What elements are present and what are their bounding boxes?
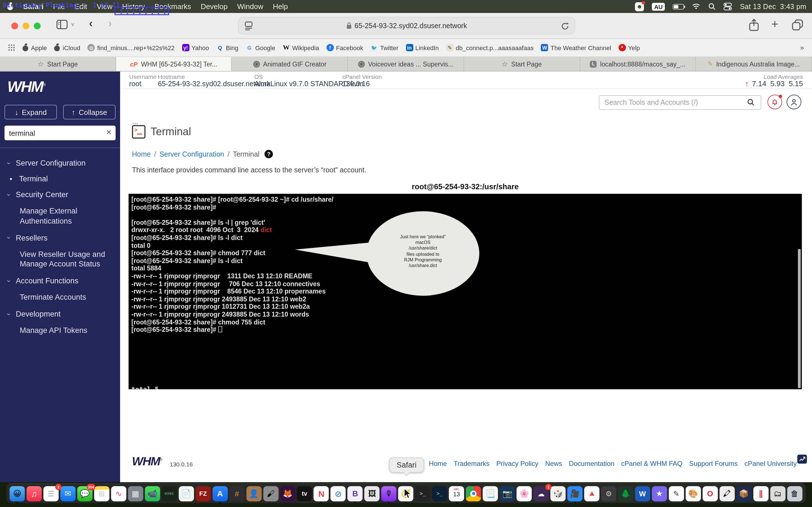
tab-localhost-8888-macos-say[interactable]: Llocalhost:8888/macos_say_... xyxy=(580,57,696,71)
search-icon[interactable] xyxy=(747,99,755,106)
window-minimize-button[interactable] xyxy=(22,22,29,29)
menu-clock[interactable]: Sat 13 Dec 3:43 pm xyxy=(740,3,806,10)
favorite-db-connect-p-aaasaaafaas[interactable]: ✎db_connect.p...aaasaaafaas xyxy=(446,44,534,51)
breadcrumb-home-link[interactable]: Home xyxy=(132,150,151,158)
dock-icon-app-store[interactable]: A xyxy=(212,486,227,501)
favorite-apple[interactable]: Apple xyxy=(22,44,47,51)
favorite-yahoo[interactable]: y!Yahoo xyxy=(182,44,209,51)
dock-icon-firefox[interactable]: 🦊 xyxy=(280,486,295,501)
dock-icon-bbedit[interactable]: B xyxy=(348,486,363,501)
dock-icon-opera[interactable]: O xyxy=(702,486,718,501)
tab-start-page[interactable]: ☆Start Page xyxy=(0,57,116,71)
window-close-button[interactable] xyxy=(11,22,18,29)
favorite-wikipedia[interactable]: WWikipedia xyxy=(283,44,319,51)
tools-search-input[interactable] xyxy=(599,95,761,110)
dock-icon-podcasts[interactable]: 🎙 xyxy=(382,486,397,501)
footer-link-news[interactable]: News xyxy=(545,460,562,467)
footer-link-documentation[interactable]: Documentation xyxy=(569,460,614,467)
favorite-facebook[interactable]: fFacebook xyxy=(326,44,363,51)
menu-item-help[interactable]: Help xyxy=(273,2,288,11)
dock-icon-terminal[interactable]: >_ xyxy=(415,486,430,501)
tab-whm-65-254-93-32-ter[interactable]: cPWHM [65-254-93-32] Ter... xyxy=(116,57,232,71)
dock-icon-maps-dark[interactable]: 🌲 xyxy=(618,486,633,501)
dock-icon-photos[interactable]: 🌸 xyxy=(516,486,532,501)
dock-icon-notes[interactable]: ▤ xyxy=(94,486,109,501)
sidebar-item-terminate-accounts[interactable]: Terminate Accounts xyxy=(20,293,111,303)
dock-icon-filezilla[interactable]: FZ xyxy=(195,486,211,501)
dock-icon-color-app[interactable]: 🎨 xyxy=(686,486,701,501)
whm-logo[interactable]: WHM® xyxy=(7,78,120,96)
dock-icon-messages[interactable]: 💬204 xyxy=(77,486,93,501)
dock-icon-file-stack[interactable]: 🗂 xyxy=(770,486,785,501)
sidebar-section-resellers[interactable]: ›Resellers xyxy=(8,233,114,242)
dock-icon-calendar[interactable]: DEC13 xyxy=(449,486,464,501)
tab-start-page[interactable]: ☆Start Page xyxy=(464,57,580,71)
footer-link-cpanel-university[interactable]: cPanel University xyxy=(745,460,797,467)
dock-icon-apple-tv[interactable]: tv xyxy=(297,486,312,501)
battery-icon[interactable] xyxy=(673,4,684,9)
favorites-overflow-chevrons[interactable]: » xyxy=(800,43,812,52)
analytics-fab-icon[interactable] xyxy=(797,455,807,464)
favorites-grid-icon[interactable] xyxy=(8,44,15,51)
dock-icon-facetime[interactable]: 📹 xyxy=(145,486,160,501)
dock-icon-parallels[interactable]: ∥ xyxy=(753,486,768,501)
favorite-google[interactable]: GGoogle xyxy=(246,44,275,51)
dock-icon-pages[interactable]: 📃 xyxy=(483,486,498,501)
dock-icon-pen-tool[interactable]: ✎ xyxy=(669,486,684,501)
control-center-icon[interactable] xyxy=(723,2,732,11)
address-bar[interactable]: 65-254-93-32.syd02.dsuser.network xyxy=(238,17,575,34)
sidebar-item-view-reseller-usage-and-manage-account-status[interactable]: View Reseller Usage and Manage Account S… xyxy=(20,249,111,269)
dock-icon-chess[interactable]: 🎲 xyxy=(550,486,566,501)
terminal-window[interactable]: [root@65-254-93-32 share]# [root@65-254-… xyxy=(129,194,802,389)
dock-icon-google-drive[interactable]: 🔺 xyxy=(584,486,599,501)
favorite-the-weather-channel[interactable]: WThe Weather Channel xyxy=(541,44,611,51)
footer-link-cpanel-whm-faq[interactable]: cPanel & WHM FAQ xyxy=(621,460,682,467)
sidebar-section-account-functions[interactable]: ›Account Functions xyxy=(8,277,114,285)
dock-icon-calculator[interactable]: # xyxy=(229,486,245,501)
back-button[interactable]: ‹ xyxy=(89,17,93,30)
reload-icon[interactable] xyxy=(561,22,569,31)
breadcrumb-server-config-link[interactable]: Server Configuration xyxy=(160,150,224,158)
sidebar-section-server-configuration[interactable]: ›Server Configuration xyxy=(8,159,114,167)
dock-icon-exec-terminal[interactable]: exec xyxy=(161,486,177,501)
help-icon[interactable]: ? xyxy=(264,150,273,158)
tab-voiceover-ideas-supervis[interactable]: Voiceover ideas ... Supervis... xyxy=(348,57,464,71)
favorite-yelp[interactable]: *Yelp xyxy=(619,44,640,51)
dock-icon-iterm[interactable]: >_ xyxy=(432,486,447,501)
dock-icon-chrome[interactable] xyxy=(466,486,481,501)
dock-icon-word[interactable]: W xyxy=(635,486,650,501)
dock-icon-mail[interactable]: ✉ xyxy=(60,486,75,501)
page-format-icon[interactable] xyxy=(244,21,253,31)
favorite-find-minus-rep-22s-22[interactable]: ◍find_minus....rep+%22s%22 xyxy=(88,44,175,51)
favorite-linkedin[interactable]: inLinkedIn xyxy=(406,44,439,51)
wifi-icon[interactable] xyxy=(692,3,700,10)
new-tab-icon[interactable]: + xyxy=(771,17,778,31)
dock-icon-freeform[interactable]: ∿ xyxy=(111,486,126,501)
menu-item-develop[interactable]: Develop xyxy=(201,2,227,11)
dock-icon-photo-booth[interactable]: 📷 xyxy=(500,486,515,501)
sidebar-item-terminal[interactable]: ●Terminal xyxy=(10,175,114,183)
sidebar-section-security-center[interactable]: ›Security Center xyxy=(8,190,114,199)
tab-indigenous-australia-image[interactable]: ✎Indigenous Australia Image... xyxy=(696,57,812,71)
sidebar-toggle-icon[interactable] xyxy=(56,20,68,29)
dock-icon-image-viewer[interactable]: 🖼 xyxy=(364,486,380,501)
tab-overview-icon[interactable] xyxy=(792,19,804,31)
expand-button[interactable]: ↓Expand xyxy=(4,105,57,119)
dock-icon-zoom[interactable]: 🎥 xyxy=(567,486,582,501)
input-source-indicator[interactable]: AU xyxy=(652,3,665,10)
user-profile-icon[interactable] xyxy=(786,95,801,109)
dock-icon-launchpad[interactable]: ▦ xyxy=(128,486,143,501)
dock-icon-utility[interactable]: ⚙ xyxy=(601,486,616,501)
terminal-scrollbar[interactable] xyxy=(798,249,801,388)
menu-item-window[interactable]: Window xyxy=(237,2,263,11)
favorite-twitter[interactable]: 🐦Twitter xyxy=(370,44,398,51)
tab-animated-gif-creator[interactable]: Animated GIF Creator xyxy=(232,57,348,71)
dock-icon-reminders[interactable]: ☰3 xyxy=(43,486,59,501)
footer-link-home[interactable]: Home xyxy=(429,460,447,467)
dock-icon-contacts[interactable]: 👤 xyxy=(246,486,261,501)
sidebar-item-manage-api-tokens[interactable]: Manage API Tokens xyxy=(20,326,111,336)
dock-icon-music[interactable]: ♫ xyxy=(27,486,42,501)
sidebar-item-manage-external-authentications[interactable]: Manage External Authentications xyxy=(20,206,111,226)
sidebar-search-input[interactable] xyxy=(4,126,116,140)
dock-icon-box-app[interactable]: 📦 xyxy=(736,486,751,501)
